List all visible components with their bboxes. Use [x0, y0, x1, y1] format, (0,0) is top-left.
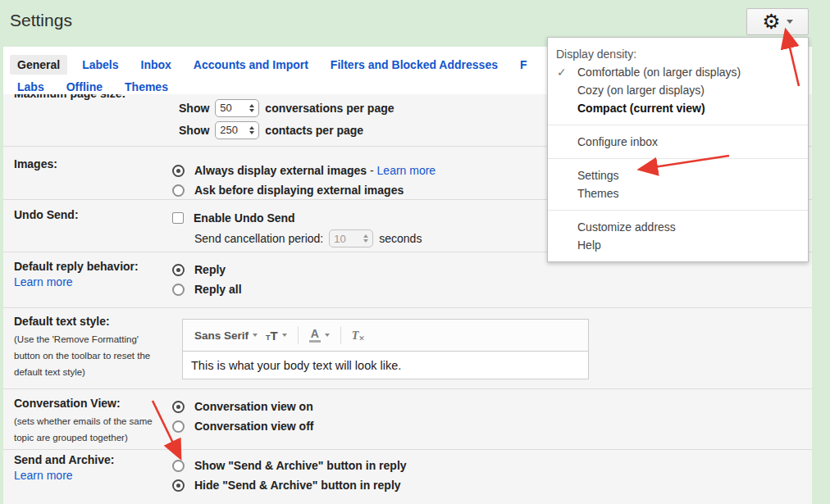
menu-section-density: Display density: ✓ Comfortable (on large… [548, 38, 808, 125]
tab-labels[interactable]: Labels [75, 55, 125, 75]
text-color-dropdown[interactable]: A [309, 329, 330, 343]
menu-item-customize-address[interactable]: Customize address [548, 218, 808, 236]
chevron-down-icon [253, 334, 258, 337]
tab-inbox[interactable]: Inbox [134, 55, 179, 75]
radio-selected[interactable] [172, 479, 185, 492]
option-reply-all: Reply all [172, 279, 812, 299]
option-label: Show "Send & Archive" button in reply [194, 459, 407, 472]
gear-menu-button[interactable]: ⚙ [746, 8, 809, 35]
text-style-toolbar: Sans Serif TT A T✕ [182, 319, 589, 352]
option-label: Conversation view off [194, 420, 313, 433]
spinner-icon [249, 126, 254, 134]
checkmark-icon: ✓ [557, 63, 567, 81]
conversations-per-page-select[interactable]: 50 [215, 99, 259, 117]
tab-accounts-import[interactable]: Accounts and Import [186, 55, 316, 75]
line-suffix: contacts per page [265, 124, 363, 137]
text-color-icon: A [309, 329, 321, 343]
option-label: Reply all [194, 283, 242, 296]
option-conversation-view-off: Conversation view off [172, 416, 812, 436]
option-reply: Reply [172, 260, 812, 279]
learn-more-link[interactable]: Learn more [377, 164, 436, 177]
font-size-dropdown[interactable]: TT [266, 329, 287, 343]
row-label: Default reply behavior: [14, 260, 139, 273]
remove-formatting-button[interactable]: T✕ [352, 329, 365, 343]
chevron-down-icon [325, 334, 330, 337]
menu-item-settings[interactable]: Settings [548, 166, 808, 184]
tab-filters[interactable]: Filters and Blocked Addresses [323, 55, 505, 75]
font-size-icon: TT [266, 329, 278, 343]
row-label: Default text style: [14, 315, 110, 328]
row-label: Undo Send: [3, 200, 172, 252]
menu-item-help[interactable]: Help [548, 236, 808, 254]
radio-selected[interactable] [172, 264, 185, 276]
text-style-editor: Sans Serif TT A T✕ [182, 319, 589, 379]
toolbar-divider [298, 326, 299, 344]
radio-selected[interactable] [172, 401, 185, 413]
row-description: (sets whether emails of the same topic a… [14, 413, 172, 446]
menu-section-configure: Configure inbox [548, 125, 808, 158]
radio-unselected[interactable] [172, 460, 185, 472]
spinner-icon [363, 234, 368, 243]
option-label: Always display external images [194, 164, 367, 177]
option-label: Enable Undo Send [194, 211, 295, 225]
radio-unselected[interactable] [172, 420, 185, 433]
option-label: Ask before displaying external images [194, 184, 404, 197]
option-conversation-view-on: Conversation view on [172, 397, 812, 416]
tab-forwarding-clipped[interactable]: F [513, 55, 535, 75]
cancellation-period-select[interactable]: 10 [329, 229, 373, 247]
chevron-down-icon [282, 334, 287, 337]
row-label: Send and Archive: [14, 453, 114, 466]
cancellation-period-label: Send cancellation period: [194, 232, 323, 245]
show-label: Show [179, 124, 209, 137]
spinner-icon [249, 104, 254, 112]
enable-undo-send-checkbox[interactable] [172, 212, 184, 224]
option-label: Reply [194, 263, 226, 276]
radio-unselected[interactable] [172, 284, 185, 296]
page-title: Settings [10, 11, 72, 30]
show-label: Show [179, 102, 209, 115]
tab-general[interactable]: General [10, 55, 67, 75]
menu-item-comfortable[interactable]: ✓ Comfortable (on larger displays) [548, 63, 808, 81]
line-suffix: conversations per page [265, 102, 394, 115]
seconds-label: seconds [379, 232, 422, 245]
menu-item-themes[interactable]: Themes [548, 184, 808, 202]
option-label: Conversation view on [194, 400, 313, 413]
learn-more-link[interactable]: Learn more [14, 275, 172, 288]
row-label: Conversation View: [14, 397, 121, 410]
menu-item-configure-inbox[interactable]: Configure inbox [548, 133, 808, 151]
display-density-header: Display density: [548, 45, 808, 63]
gear-dropdown-menu: Display density: ✓ Comfortable (on large… [547, 37, 809, 262]
gear-icon: ⚙ [762, 11, 780, 32]
radio-selected[interactable] [172, 165, 185, 177]
row-send-and-archive: Send and Archive: Learn more Show "Send … [3, 449, 812, 504]
font-family-dropdown[interactable]: Sans Serif [194, 329, 258, 342]
menu-section-help: Customize address Help [548, 210, 808, 261]
contacts-per-page-select[interactable]: 250 [215, 121, 259, 139]
learn-more-link[interactable]: Learn more [14, 469, 172, 482]
radio-unselected[interactable] [172, 184, 185, 197]
option-hide-send-archive: Hide "Send & Archive" button in reply [172, 475, 812, 495]
row-description: (Use the 'Remove Formatting' button on t… [14, 331, 172, 380]
toolbar-divider [340, 326, 341, 344]
row-default-text-style: Default text style: (Use the 'Remove For… [3, 307, 812, 388]
option-show-send-archive: Show "Send & Archive" button in reply [172, 456, 812, 475]
chevron-down-icon [787, 20, 793, 24]
row-label: Maximum page size: [14, 94, 172, 100]
menu-section-settings: Settings Themes [548, 158, 808, 210]
row-conversation-view: Conversation View: (sets whether emails … [3, 388, 812, 449]
row-label: Images: [3, 147, 172, 199]
menu-item-cozy[interactable]: Cozy (on larger displays) [548, 81, 808, 99]
option-label: Hide "Send & Archive" button in reply [194, 479, 401, 492]
body-text-preview: This is what your body text will look li… [182, 352, 589, 379]
font-family-label: Sans Serif [194, 329, 249, 342]
menu-item-compact[interactable]: Compact (current view) [548, 99, 808, 117]
